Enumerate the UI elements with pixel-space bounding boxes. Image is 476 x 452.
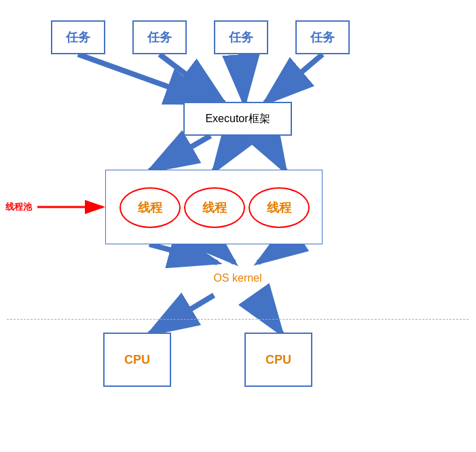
thread-ellipse-3: 线程 bbox=[249, 187, 310, 228]
cpu-box-1: CPU bbox=[103, 333, 171, 387]
svg-line-6 bbox=[149, 136, 210, 171]
thread-pool-label: 线程池 bbox=[5, 201, 32, 213]
task-box-2: 任务 bbox=[132, 20, 187, 54]
thread-ellipse-2: 线程 bbox=[184, 187, 245, 228]
dashed-divider bbox=[7, 319, 469, 320]
thread-ellipse-1: 线程 bbox=[120, 187, 181, 228]
svg-line-10 bbox=[214, 244, 234, 263]
svg-line-4 bbox=[241, 54, 244, 103]
cpu-box-2: CPU bbox=[244, 333, 312, 387]
task-box-4: 任务 bbox=[295, 20, 350, 54]
executor-box: Executor框架 bbox=[183, 102, 292, 136]
thread-pool-container: 线程 线程 线程 bbox=[105, 170, 323, 244]
os-kernel-box: OS kernel bbox=[183, 261, 292, 295]
diagram: 任务 任务 任务 任务 Executor框架 线程池 线程 线程 线程 OS k… bbox=[0, 0, 476, 452]
svg-line-9 bbox=[149, 244, 217, 263]
svg-line-12 bbox=[149, 295, 214, 334]
task-box-1: 任务 bbox=[51, 20, 105, 54]
svg-line-7 bbox=[214, 136, 238, 171]
svg-line-11 bbox=[258, 244, 285, 263]
svg-line-13 bbox=[255, 295, 282, 334]
svg-line-5 bbox=[265, 54, 323, 103]
svg-line-8 bbox=[265, 136, 285, 171]
task-box-3: 任务 bbox=[214, 20, 268, 54]
svg-line-3 bbox=[160, 54, 224, 103]
svg-line-2 bbox=[78, 54, 214, 103]
